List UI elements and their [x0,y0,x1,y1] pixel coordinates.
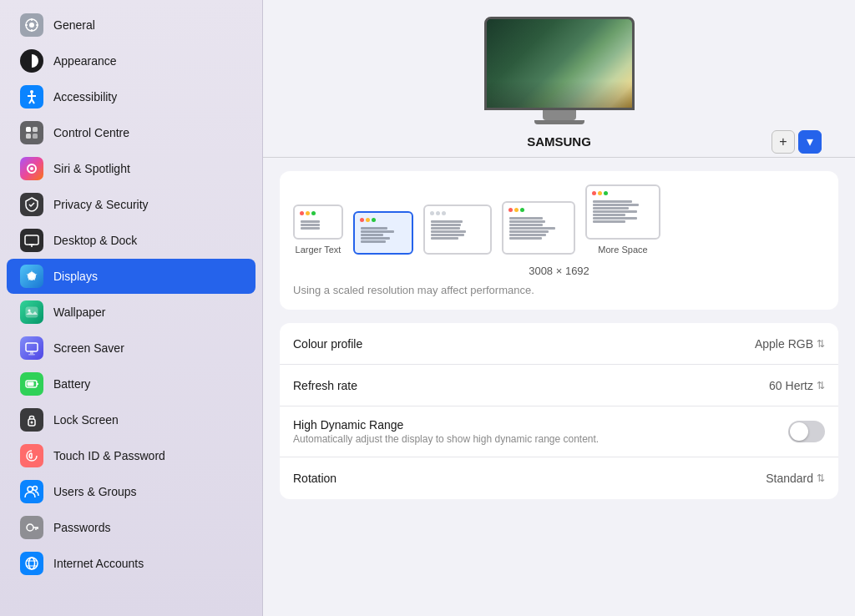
res-text-line [431,230,466,233]
res-text-line [509,220,545,223]
svg-point-34 [33,487,38,491]
desktop-icon [20,229,43,252]
sidebar-item-users[interactable]: Users & Groups [7,474,255,509]
svg-point-39 [26,558,38,569]
res-text-lines [298,219,338,231]
sidebar-item-passwords[interactable]: Passwords [7,510,255,545]
users-icon [20,480,43,503]
display-dropdown-button[interactable]: ▾ [798,130,822,154]
res-text-line [593,207,629,210]
screensaver-label: Screen Saver [53,341,124,355]
privacy-icon [20,193,43,216]
display-name: SAMSUNG [527,134,591,149]
resolution-options: Larger TextMore Space [293,184,825,255]
sidebar-item-screensaver[interactable]: Screen Saver [7,331,255,366]
svg-point-31 [31,422,33,424]
dot-red [300,211,304,215]
sidebar-item-wallpaper[interactable]: Wallpaper [7,295,255,330]
res-preview-default [353,211,413,255]
dot-gray [436,211,440,215]
hdr-sublabel: Automatically adjust the display to show… [293,433,599,445]
sidebar: GeneralAppearanceAccessibilityControl Ce… [0,0,263,616]
res-label-more: More Space [598,245,647,255]
res-option-small[interactable] [502,201,575,255]
res-text-line [509,224,543,226]
res-text-line [361,237,390,240]
res-preview-more [585,184,660,240]
desktop-label: Desktop & Dock [53,234,137,247]
refresh-rate-value[interactable]: 60 Hertz ⇅ [769,379,825,392]
svg-point-35 [27,524,33,531]
res-label-larger: Larger Text [296,245,341,255]
dot-red [360,218,364,222]
sidebar-item-siri[interactable]: Siri & Spotlight [7,151,255,186]
svg-rect-28 [37,383,38,385]
res-text-lines [590,199,655,225]
sidebar-item-privacy[interactable]: Privacy & Security [7,187,255,222]
res-option-more[interactable]: More Space [585,184,660,255]
svg-point-23 [28,310,31,312]
monitor-base [534,120,584,124]
svg-point-40 [29,558,35,569]
privacy-label: Privacy & Security [53,198,149,211]
internet-label: Internet Accounts [53,557,144,570]
sidebar-item-accessibility[interactable]: Accessibility [7,79,255,114]
res-text-line [593,220,625,223]
sidebar-item-displays[interactable]: Displays [7,259,255,294]
res-option-medium[interactable] [423,204,492,255]
dot-green [372,218,376,222]
res-text-lines [358,225,408,245]
dot-green [311,211,316,215]
res-text-line [509,227,555,230]
dot-gray [442,211,446,215]
accessibility-label: Accessibility [53,90,117,104]
colour-profile-row: Colour profile Apple RGB ⇅ [280,323,838,365]
svg-point-0 [29,23,34,28]
siri-label: Siri & Spotlight [53,162,130,175]
resolution-current: 3008 × 1692 [293,265,825,277]
svg-rect-15 [33,134,38,139]
sidebar-item-desktop[interactable]: Desktop & Dock [7,223,255,258]
svg-point-33 [28,487,33,492]
sidebar-item-internet[interactable]: Internet Accounts [7,546,255,581]
sidebar-item-battery[interactable]: Battery [7,366,255,401]
res-text-line [593,210,637,213]
rotation-row: Rotation Standard ⇅ [280,457,838,499]
svg-rect-12 [26,127,31,132]
svg-rect-18 [25,235,38,245]
sidebar-item-lockscreen[interactable]: Lock Screen [7,402,255,437]
general-icon [20,13,43,37]
lockscreen-label: Lock Screen [53,413,119,427]
res-option-default[interactable] [353,211,413,255]
svg-rect-26 [28,354,35,356]
res-text-line [361,234,383,236]
touchid-label: Touch ID & Password [53,449,165,462]
svg-rect-22 [26,307,38,317]
dot-yellow [366,218,370,222]
sidebar-item-appearance[interactable]: Appearance [7,43,255,78]
sidebar-item-touchid[interactable]: Touch ID & Password [7,438,255,473]
battery-label: Battery [53,377,90,391]
rotation-label: Rotation [293,472,336,485]
res-option-larger[interactable]: Larger Text [293,204,343,255]
monitor-screen [487,19,632,108]
lockscreen-icon [20,408,43,432]
res-text-line [361,227,387,230]
dot-yellow [598,191,602,195]
add-display-button[interactable]: + [772,130,795,154]
users-label: Users & Groups [53,485,137,498]
appearance-icon [20,49,43,73]
res-dot-row [590,189,655,197]
settings-section: Colour profile Apple RGB ⇅ Refresh rate … [280,323,838,499]
res-text-lines [428,219,487,241]
siri-icon [20,157,43,180]
res-text-line [593,200,632,203]
hdr-toggle[interactable] [788,421,825,442]
rotation-value[interactable]: Standard ⇅ [766,472,825,485]
resolution-section: Larger TextMore Space 3008 × 1692 Using … [280,171,838,310]
sidebar-item-general[interactable]: General [7,8,255,43]
colour-profile-value[interactable]: Apple RGB ⇅ [755,337,825,351]
general-label: General [53,18,95,32]
sidebar-item-control[interactable]: Control Centre [7,115,255,150]
dot-yellow [514,208,519,212]
